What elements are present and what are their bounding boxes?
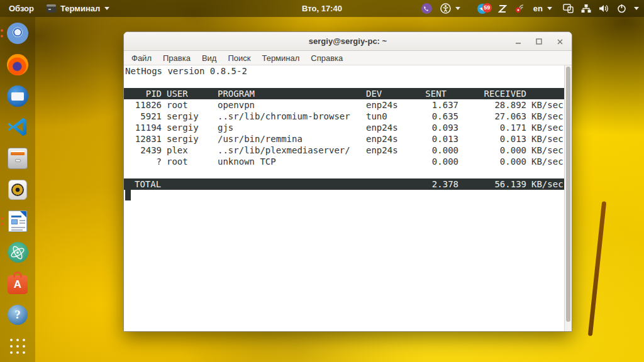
activities-overview-button[interactable]: Обзор [9, 4, 34, 13]
menu-terminal[interactable]: Терминал [256, 53, 305, 63]
libreoffice-writer-icon [8, 211, 27, 232]
cell-user: plex [162, 145, 218, 156]
cell-unit: KB/sec [526, 145, 564, 156]
chevron-down-icon [547, 7, 552, 10]
total-label: TOTAL [124, 178, 366, 190]
dock-item-thunderbird[interactable] [6, 85, 29, 107]
cell-user: sergiy [162, 111, 218, 122]
header-unit-spacer [526, 88, 564, 99]
running-indicator [1, 217, 3, 225]
nethogs-row: 11194 sergiy gjs enp24s 0.093 0.171 KB/s… [124, 122, 564, 133]
viber-icon[interactable] [421, 3, 432, 14]
dock-item-ubuntu-software[interactable]: A [6, 272, 29, 295]
file-manager-icon [8, 148, 28, 169]
header-dev: DEV [366, 88, 416, 99]
atom-icon [8, 242, 28, 263]
menu-search[interactable]: Поиск [222, 53, 256, 63]
app-menu-terminal[interactable]: Терминал [47, 4, 109, 13]
network-wired-icon [581, 4, 591, 13]
thunderbird-icon [7, 85, 28, 107]
header-received: RECEIVED [458, 88, 526, 99]
nethogs-version-line: NetHogs version 0.8.5-2 [124, 65, 564, 77]
cell-pid: 12831 [124, 133, 162, 145]
cell-user: sergiy [162, 122, 218, 133]
window-titlebar[interactable]: sergiy@sergiy-pc: ~ [124, 32, 572, 51]
terminal-scrollbar[interactable] [564, 65, 572, 331]
menu-edit[interactable]: Правка [157, 53, 196, 63]
close-button[interactable] [555, 37, 564, 46]
language-label: en [533, 4, 543, 13]
chevron-down-icon [634, 7, 639, 10]
atom-orbits-icon [9, 244, 26, 261]
overview-label: Обзор [9, 4, 34, 13]
nethogs-row: 11826 root openvpn enp24s 1.637 28.892 K… [124, 99, 564, 111]
maximize-button[interactable] [535, 37, 543, 46]
cell-program: unknown TCP [218, 156, 366, 167]
cell-dev [366, 156, 416, 167]
notification-badge: 59 [482, 3, 492, 13]
minimize-button[interactable] [514, 37, 523, 46]
dock-item-atom[interactable] [6, 241, 29, 264]
header-sent: SENT [416, 88, 458, 99]
cell-sent: 1.637 [416, 99, 458, 111]
menu-file[interactable]: Файл [126, 53, 157, 63]
blank-line [124, 77, 564, 88]
nethogs-header-row: PID USER PROGRAM DEV SENT RECEIVED [124, 88, 564, 99]
recorder-indicator[interactable] [515, 4, 525, 13]
volume-icon [599, 4, 609, 13]
app-menu-label: Терминал [60, 4, 100, 13]
cell-pid: 2439 [124, 145, 162, 156]
menu-help[interactable]: Справка [305, 53, 348, 63]
dock-item-help[interactable]: ? [6, 304, 29, 326]
accessibility-menu[interactable] [440, 3, 460, 14]
dock-item-libreoffice-writer[interactable] [6, 210, 29, 233]
nethogs-row: 12831 sergiy /usr/bin/remmina enp24s 0.0… [124, 133, 564, 145]
cell-user: sergiy [162, 133, 218, 145]
header-user: USER [162, 88, 218, 99]
dock-item-show-applications[interactable] [6, 335, 29, 358]
cell-program: gjs [218, 122, 366, 133]
cell-dev: enp24s [366, 133, 416, 145]
screencast-icon [563, 4, 574, 13]
dock: A ? [0, 17, 35, 362]
phone-glyph-icon [423, 6, 430, 12]
scrollbar-thumb[interactable] [566, 67, 570, 322]
dock-item-vscode[interactable] [6, 116, 29, 138]
telegram-indicator[interactable]: 59 [477, 3, 490, 14]
total-unit: KB/sec [526, 178, 564, 190]
cell-user: root [162, 156, 218, 167]
vscode-icon [7, 116, 28, 138]
cell-pid: 11826 [124, 99, 162, 111]
power-icon [617, 4, 626, 13]
help-icon: ? [8, 305, 28, 325]
menu-view[interactable]: Вид [196, 53, 223, 63]
menu-bar: Файл Правка Вид Поиск Терминал Справка [124, 51, 572, 65]
cell-unit: KB/sec [526, 111, 564, 122]
dock-item-firefox[interactable] [6, 53, 29, 76]
cell-program: openvpn [218, 99, 366, 111]
terminal-window-icon [47, 4, 56, 13]
chromium-icon [7, 23, 28, 44]
leaf-stem-decoration [588, 201, 606, 336]
cell-sent: 0.000 [416, 156, 458, 167]
dock-item-speaker-app[interactable] [6, 178, 29, 201]
nethogs-row: 5921 sergiy ..sr/lib/chromium-browser tu… [124, 111, 564, 122]
terminal-content[interactable]: NetHogs version 0.8.5-2 PID USER PROGRAM… [124, 65, 572, 331]
cell-sent: 0.013 [416, 133, 458, 145]
cell-sent: 0.000 [416, 145, 458, 156]
cell-received: 28.892 [458, 99, 526, 111]
firefox-icon [7, 54, 28, 75]
cell-program: ..sr/lib/plexmediaserver/ [218, 145, 366, 156]
terminal-window: sergiy@sergiy-pc: ~ Файл Правка Вид Поис… [123, 31, 572, 332]
cell-program: /usr/bin/remmina [218, 133, 366, 145]
dock-item-chromium[interactable] [6, 22, 29, 45]
cell-sent: 0.635 [416, 111, 458, 122]
ubuntu-software-icon: A [8, 275, 28, 294]
cell-received: 0.000 [458, 156, 526, 167]
nethogs-total-row: TOTAL 2.378 56.139 KB/sec [124, 178, 564, 190]
language-selector[interactable]: en [533, 4, 552, 13]
clock-label[interactable]: Вто, 17:40 [302, 4, 342, 13]
system-menu[interactable] [563, 4, 639, 13]
z-app-indicator[interactable] [498, 4, 507, 13]
dock-item-file-manager[interactable] [6, 147, 29, 170]
